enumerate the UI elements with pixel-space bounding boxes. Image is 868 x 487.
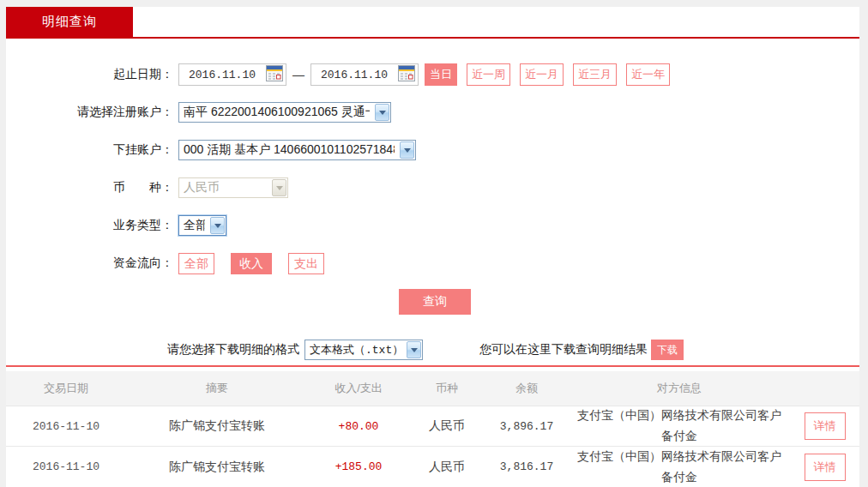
query-form: 起止日期： 2016.11.10 <box>6 39 859 315</box>
content-panel: 明细查询 起止日期： 2016.11.10 <box>6 7 859 487</box>
query-button[interactable]: 查询 <box>399 289 471 315</box>
start-date-value: 2016.11.10 <box>179 69 265 81</box>
start-date-calendar-icon[interactable] <box>265 65 284 84</box>
business-type-label: 业务类型： <box>6 218 178 233</box>
cell-currency: 人民币 <box>409 418 485 434</box>
tab-detail-query[interactable]: 明细查询 <box>6 7 133 37</box>
cell-amount: +80.00 <box>308 420 409 433</box>
header-counterparty: 对方信息 <box>569 381 790 396</box>
cell-counterparty: 支付宝（中国）网络技术有限公司客户备付金 <box>569 406 790 447</box>
register-account-value: 南平 6222001406100921065 灵通卡 <box>184 105 370 120</box>
cell-actions: 详情 <box>790 412 859 440</box>
end-date-calendar-icon[interactable] <box>397 65 416 84</box>
business-type-value: 全部 <box>184 218 205 233</box>
date-separator: — <box>292 68 304 81</box>
currency-row: 币 种： 人民币 <box>6 169 859 207</box>
download-button[interactable]: 下载 <box>651 340 684 360</box>
fund-direction-label: 资金流向： <box>6 256 178 271</box>
register-account-row: 请选择注册账户： 南平 6222001406100921065 灵通卡 <box>6 93 859 131</box>
business-type-row: 业务类型： 全部 <box>6 207 859 244</box>
download-format-label: 请您选择下载明细的格式 <box>167 342 299 358</box>
header-currency: 币种 <box>409 381 485 396</box>
fund-direction-all-button[interactable]: 全部 <box>178 253 214 274</box>
start-date-input[interactable]: 2016.11.10 <box>178 63 286 86</box>
fund-direction-row: 资金流向： 全部 收入 支出 <box>6 244 859 282</box>
detail-button[interactable]: 详情 <box>805 454 846 481</box>
quick-range-month-button[interactable]: 近一月 <box>520 63 564 86</box>
quick-range-year-button[interactable]: 近一年 <box>626 63 670 86</box>
currency-value: 人民币 <box>184 180 220 195</box>
business-type-select[interactable]: 全部 <box>178 215 226 236</box>
register-account-select[interactable]: 南平 6222001406100921065 灵通卡 <box>178 102 391 123</box>
currency-label: 币 种： <box>6 180 178 195</box>
quick-range-3months-button[interactable]: 近三月 <box>573 63 617 86</box>
download-format-value: 文本格式（.txt） <box>310 342 401 358</box>
sub-account-row: 下挂账户： 000 活期 基本户 1406600101102571848 <box>6 131 859 169</box>
download-row: 请您选择下载明细的格式 文本格式（.txt） 您可以在这里下载查询明细结果 下载 <box>6 338 859 362</box>
header-balance: 余额 <box>485 381 569 396</box>
date-range-row: 起止日期： 2016.11.10 <box>6 56 859 93</box>
cell-summary: 陈广锦支付宝转账 <box>126 418 308 434</box>
cell-balance: 3,896.17 <box>485 420 569 433</box>
cell-trade-date: 2016-11-10 <box>6 420 126 433</box>
detail-button[interactable]: 详情 <box>805 412 846 440</box>
cell-amount: +185.00 <box>308 460 409 473</box>
header-trade-date: 交易日期 <box>6 381 126 396</box>
table-header-row: 交易日期 摘要 收入/支出 币种 余额 对方信息 <box>6 371 859 406</box>
sub-account-select[interactable]: 000 活期 基本户 1406600101102571848 <box>178 140 416 160</box>
sub-account-value: 000 活期 基本户 1406600101102571848 <box>184 142 395 158</box>
sub-account-label: 下挂账户： <box>6 142 178 158</box>
currency-select: 人民币 <box>178 177 288 198</box>
header-summary: 摘要 <box>126 381 308 396</box>
quick-range-week-button[interactable]: 近一周 <box>467 63 510 86</box>
fund-direction-income-button[interactable]: 收入 <box>231 253 272 274</box>
register-account-label: 请选择注册账户： <box>6 105 178 120</box>
table-row: 2016-11-10 陈广锦支付宝转账 +185.00 人民币 3,816.17… <box>6 446 859 487</box>
chevron-down-icon <box>400 141 414 159</box>
header-income-expense: 收入/支出 <box>308 381 409 396</box>
cell-counterparty: 支付宝（中国）网络技术有限公司客户备付金 <box>569 447 790 487</box>
chevron-down-icon <box>407 341 421 358</box>
end-date-value: 2016.11.10 <box>311 69 397 81</box>
cell-trade-date: 2016-11-10 <box>6 460 126 473</box>
download-hint: 您可以在这里下载查询明细结果 <box>479 342 648 358</box>
table-top-divider <box>6 365 859 367</box>
download-format-select[interactable]: 文本格式（.txt） <box>304 340 423 360</box>
cell-actions: 详情 <box>790 454 859 481</box>
quick-range-today-button[interactable]: 当日 <box>425 63 457 86</box>
results-table: 交易日期 摘要 收入/支出 币种 余额 对方信息 2016-11-10 陈广锦支… <box>6 371 859 487</box>
cell-balance: 3,816.17 <box>485 460 569 473</box>
chevron-down-icon <box>375 104 389 121</box>
table-row: 2016-11-10 陈广锦支付宝转账 +80.00 人民币 3,896.17 … <box>6 406 859 446</box>
cell-summary: 陈广锦支付宝转账 <box>126 460 308 475</box>
fund-direction-expense-button[interactable]: 支出 <box>288 253 324 274</box>
end-date-input[interactable]: 2016.11.10 <box>310 63 419 86</box>
tab-label: 明细查询 <box>42 14 97 30</box>
chevron-down-icon <box>272 179 286 196</box>
cell-currency: 人民币 <box>409 460 485 475</box>
date-range-label: 起止日期： <box>6 67 178 82</box>
chevron-down-icon <box>210 217 225 234</box>
